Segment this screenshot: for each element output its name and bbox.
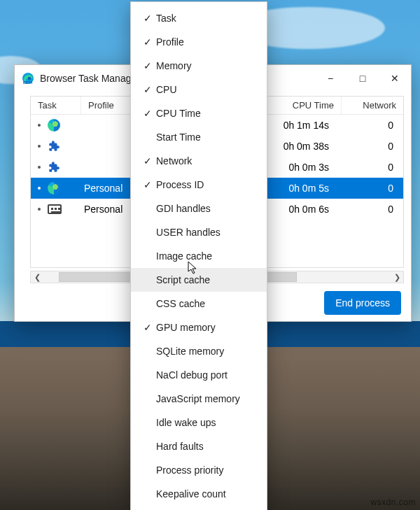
- menu-item[interactable]: Image cache: [131, 244, 267, 268]
- close-button[interactable]: ✕: [379, 67, 411, 90]
- extension-icon: [48, 161, 60, 173]
- menu-item[interactable]: USER handles: [131, 220, 267, 244]
- cell-network: 0: [342, 162, 403, 173]
- check-icon: ✓: [139, 13, 156, 24]
- menu-item-label: CPU Time: [156, 108, 267, 119]
- menu-item-label: SQLite memory: [156, 346, 267, 357]
- menu-item[interactable]: ✓Network: [131, 149, 267, 173]
- bullet-icon: [38, 208, 41, 211]
- menu-item[interactable]: ✓Process ID: [131, 173, 267, 197]
- keyboard-icon: [48, 204, 62, 214]
- col-header-network[interactable]: Network: [342, 97, 403, 114]
- menu-item-label: Process ID: [156, 179, 267, 190]
- watermark: wsxdn.com: [370, 497, 416, 507]
- menu-item-label: Process priority: [156, 465, 267, 476]
- menu-item[interactable]: Script cache: [131, 268, 267, 292]
- menu-item[interactable]: Hard faults: [131, 434, 267, 458]
- check-icon: ✓: [139, 155, 156, 167]
- menu-item[interactable]: Process priority: [131, 458, 267, 482]
- menu-item-label: Network: [156, 155, 267, 167]
- edge-icon: [48, 119, 60, 132]
- bullet-icon: [38, 187, 41, 190]
- check-icon: ✓: [139, 60, 156, 71]
- menu-item[interactable]: ✓Profile: [131, 30, 267, 54]
- menu-item-label: Memory: [156, 60, 267, 71]
- menu-item-label: Start Time: [156, 132, 267, 143]
- check-icon: ✓: [139, 36, 156, 48]
- svg-point-1: [28, 77, 31, 80]
- cell-task: [31, 182, 81, 194]
- window-title: Browser Task Manager: [40, 73, 140, 84]
- menu-item[interactable]: ✓GPU memory: [131, 316, 267, 339]
- menu-item[interactable]: SQLite memory: [131, 339, 267, 363]
- cell-network: 0: [342, 204, 403, 215]
- check-icon: ✓: [139, 322, 156, 333]
- menu-item-label: Script cache: [156, 274, 267, 285]
- menu-item[interactable]: JavaScript memory: [131, 387, 267, 411]
- menu-item-label: CSS cache: [156, 298, 267, 309]
- menu-item-label: GPU memory: [156, 322, 267, 333]
- menu-item-label: Task: [156, 13, 267, 24]
- menu-item-label: Keepalive count: [156, 488, 267, 500]
- cell-network: 0: [342, 120, 403, 131]
- scroll-right-button[interactable]: ❯: [391, 271, 403, 283]
- menu-item-label: JavaScript memory: [156, 393, 267, 404]
- end-process-button[interactable]: End process: [324, 291, 401, 315]
- menu-item[interactable]: ✓CPU Time: [131, 101, 267, 125]
- menu-item-label: Hard faults: [156, 441, 267, 452]
- cell-network: 0: [342, 183, 403, 194]
- extension-icon: [48, 140, 60, 153]
- menu-item[interactable]: ✓Memory: [131, 54, 267, 78]
- col-header-task[interactable]: Task: [31, 97, 81, 114]
- edge-beta-icon: BETA: [22, 72, 34, 85]
- cell-task: [31, 204, 81, 214]
- scroll-left-button[interactable]: ❮: [31, 271, 43, 283]
- menu-item[interactable]: Start Time: [131, 125, 267, 149]
- maximize-button[interactable]: □: [346, 67, 379, 90]
- column-context-menu: ✓Task✓Profile✓Memory✓CPU✓CPU TimeStart T…: [130, 1, 267, 510]
- cell-task: [31, 140, 81, 153]
- menu-item[interactable]: Idle wake ups: [131, 411, 267, 434]
- menu-item[interactable]: Keepalive count: [131, 482, 267, 506]
- check-icon: ✓: [139, 108, 156, 119]
- menu-item-label: USER handles: [156, 227, 267, 238]
- minimize-button[interactable]: −: [314, 67, 346, 90]
- cell-network: 0: [342, 141, 403, 152]
- menu-item-label: Profile: [156, 36, 267, 48]
- bullet-icon: [38, 166, 41, 169]
- menu-item-label: Image cache: [156, 250, 267, 262]
- cell-task: [31, 119, 81, 132]
- menu-item[interactable]: GDI handles: [131, 197, 267, 220]
- edge-icon: [48, 182, 60, 194]
- menu-item[interactable]: ✓Task: [131, 6, 267, 30]
- menu-item-label: NaCl debug port: [156, 369, 267, 381]
- svg-text:BETA: BETA: [23, 80, 33, 85]
- cell-task: [31, 161, 81, 173]
- menu-item-label: Idle wake ups: [156, 417, 267, 428]
- check-icon: ✓: [139, 84, 156, 95]
- menu-item-label: CPU: [156, 84, 267, 95]
- bullet-icon: [38, 145, 41, 148]
- menu-item[interactable]: NaCl debug port: [131, 363, 267, 387]
- menu-item[interactable]: CSS cache: [131, 292, 267, 316]
- check-icon: ✓: [139, 179, 156, 190]
- menu-item-label: GDI handles: [156, 203, 267, 214]
- menu-item[interactable]: ✓CPU: [131, 78, 267, 101]
- bullet-icon: [38, 124, 41, 127]
